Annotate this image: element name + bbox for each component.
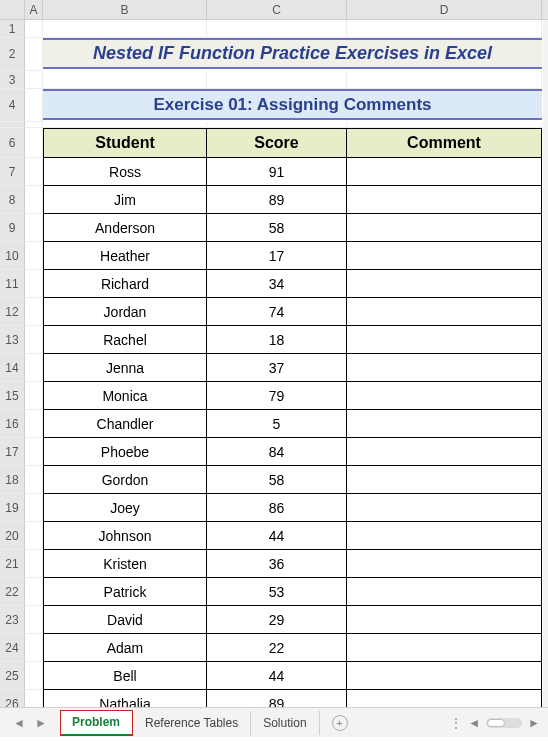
- cell[interactable]: [25, 186, 43, 214]
- cell-comment[interactable]: [347, 410, 542, 438]
- tab-prev-icon[interactable]: ◄: [13, 716, 25, 730]
- cell-comment[interactable]: [347, 522, 542, 550]
- row-header[interactable]: 24: [0, 634, 25, 662]
- cell-student[interactable]: Ross: [43, 158, 207, 186]
- cell[interactable]: [25, 71, 43, 89]
- cell-student[interactable]: David: [43, 606, 207, 634]
- cell[interactable]: [25, 550, 43, 578]
- scrollbar-thumb[interactable]: [487, 719, 505, 727]
- cell-score[interactable]: 44: [207, 662, 347, 690]
- cell[interactable]: [25, 438, 43, 466]
- cell-comment[interactable]: [347, 438, 542, 466]
- cell-comment[interactable]: [347, 298, 542, 326]
- cell[interactable]: [25, 89, 43, 122]
- cell-score[interactable]: 58: [207, 466, 347, 494]
- cell-score[interactable]: 91: [207, 158, 347, 186]
- cell-score[interactable]: 37: [207, 354, 347, 382]
- cell-score[interactable]: 84: [207, 438, 347, 466]
- cell[interactable]: [25, 128, 43, 158]
- cell-score[interactable]: 22: [207, 634, 347, 662]
- row-header[interactable]: 22: [0, 578, 25, 606]
- cell-comment[interactable]: [347, 158, 542, 186]
- row-header[interactable]: 6: [0, 128, 25, 158]
- row-header[interactable]: 3: [0, 71, 25, 89]
- cell[interactable]: [25, 382, 43, 410]
- cell[interactable]: [25, 634, 43, 662]
- cell-score[interactable]: 5: [207, 410, 347, 438]
- col-header-a[interactable]: A: [25, 0, 43, 19]
- horizontal-scrollbar[interactable]: [486, 718, 522, 728]
- cell[interactable]: [25, 242, 43, 270]
- row-header[interactable]: 16: [0, 410, 25, 438]
- row-header[interactable]: 14: [0, 354, 25, 382]
- row-header[interactable]: 17: [0, 438, 25, 466]
- cell[interactable]: [25, 20, 43, 38]
- cell-score[interactable]: 34: [207, 270, 347, 298]
- cell-score[interactable]: 36: [207, 550, 347, 578]
- cell-student[interactable]: Patrick: [43, 578, 207, 606]
- cell[interactable]: [43, 20, 207, 38]
- cell[interactable]: [25, 606, 43, 634]
- cell-student[interactable]: Richard: [43, 270, 207, 298]
- cell[interactable]: [25, 494, 43, 522]
- row-header[interactable]: 20: [0, 522, 25, 550]
- new-sheet-button[interactable]: +: [332, 715, 348, 731]
- cell-student[interactable]: Rachel: [43, 326, 207, 354]
- cell[interactable]: [25, 354, 43, 382]
- cell-score[interactable]: 86: [207, 494, 347, 522]
- section-title[interactable]: Exercise 01: Assigning Comments: [43, 89, 542, 120]
- cell[interactable]: [25, 410, 43, 438]
- row-header[interactable]: 11: [0, 270, 25, 298]
- cell-student[interactable]: Jenna: [43, 354, 207, 382]
- cell-comment[interactable]: [347, 578, 542, 606]
- cell-score[interactable]: 44: [207, 522, 347, 550]
- cell-comment[interactable]: [347, 382, 542, 410]
- row-header[interactable]: 21: [0, 550, 25, 578]
- table-header-score[interactable]: Score: [207, 128, 347, 158]
- row-header[interactable]: 1: [0, 20, 25, 38]
- row-header[interactable]: 13: [0, 326, 25, 354]
- sheet-tab-reference-tables[interactable]: Reference Tables: [133, 711, 251, 735]
- tab-menu-icon[interactable]: ⋮: [450, 716, 462, 730]
- sheet-tab-solution[interactable]: Solution: [251, 711, 319, 735]
- cell-student[interactable]: Kristen: [43, 550, 207, 578]
- cell-score[interactable]: 74: [207, 298, 347, 326]
- cell[interactable]: [207, 71, 347, 89]
- tab-next-icon[interactable]: ►: [35, 716, 47, 730]
- cell-comment[interactable]: [347, 550, 542, 578]
- cell-student[interactable]: Chandler: [43, 410, 207, 438]
- cell-score[interactable]: 58: [207, 214, 347, 242]
- cell-comment[interactable]: [347, 326, 542, 354]
- table-header-student[interactable]: Student: [43, 128, 207, 158]
- row-header[interactable]: 8: [0, 186, 25, 214]
- cell[interactable]: [25, 662, 43, 690]
- cell-score[interactable]: 79: [207, 382, 347, 410]
- cell[interactable]: [347, 71, 542, 89]
- cell-student[interactable]: Adam: [43, 634, 207, 662]
- page-title[interactable]: Nested IF Function Practice Exercises in…: [43, 38, 542, 69]
- scroll-right-icon[interactable]: ►: [528, 716, 540, 730]
- cell-comment[interactable]: [347, 466, 542, 494]
- cell[interactable]: [25, 326, 43, 354]
- cell-comment[interactable]: [347, 242, 542, 270]
- table-header-comment[interactable]: Comment: [347, 128, 542, 158]
- cell-comment[interactable]: [347, 354, 542, 382]
- cell[interactable]: [25, 158, 43, 186]
- cell[interactable]: [25, 578, 43, 606]
- cell[interactable]: [347, 20, 542, 38]
- vertical-scrollbar[interactable]: [543, 20, 548, 708]
- row-header[interactable]: 19: [0, 494, 25, 522]
- cell-comment[interactable]: [347, 186, 542, 214]
- cell-student[interactable]: Jim: [43, 186, 207, 214]
- cell-student[interactable]: Heather: [43, 242, 207, 270]
- row-header[interactable]: 23: [0, 606, 25, 634]
- cell[interactable]: [207, 20, 347, 38]
- cell-student[interactable]: Johnson: [43, 522, 207, 550]
- cell[interactable]: [25, 38, 43, 71]
- cell[interactable]: [43, 71, 207, 89]
- cell-score[interactable]: 18: [207, 326, 347, 354]
- cell-student[interactable]: Joey: [43, 494, 207, 522]
- cell-score[interactable]: 29: [207, 606, 347, 634]
- cell-comment[interactable]: [347, 634, 542, 662]
- cell-student[interactable]: Bell: [43, 662, 207, 690]
